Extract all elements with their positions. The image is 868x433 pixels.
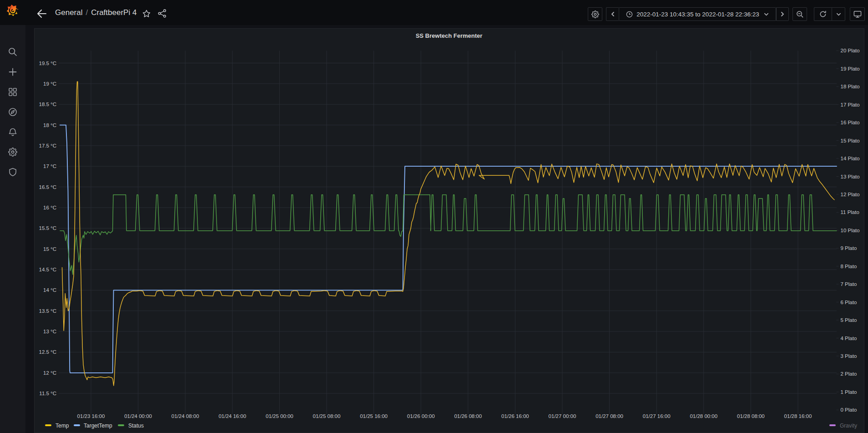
- svg-text:SS Brewtech Fermenter: SS Brewtech Fermenter: [416, 32, 483, 39]
- svg-text:16.5 °C: 16.5 °C: [39, 184, 56, 190]
- svg-text:14 °C: 14 °C: [43, 287, 56, 293]
- svg-text:01/28 08:00: 01/28 08:00: [737, 413, 765, 419]
- svg-text:14.5 °C: 14.5 °C: [39, 267, 56, 272]
- svg-text:01/23 16:00: 01/23 16:00: [77, 413, 105, 419]
- svg-text:8 Plato: 8 Plato: [841, 264, 857, 269]
- svg-text:2 Plato: 2 Plato: [841, 371, 857, 377]
- svg-text:15.5 °C: 15.5 °C: [39, 225, 56, 231]
- svg-text:6 Plato: 6 Plato: [841, 300, 857, 305]
- svg-text:12.5 °C: 12.5 °C: [39, 349, 56, 355]
- svg-text:3 Plato: 3 Plato: [841, 353, 857, 359]
- svg-text:4 Plato: 4 Plato: [841, 336, 857, 341]
- svg-text:10 Plato: 10 Plato: [841, 228, 860, 233]
- svg-text:13.5 °C: 13.5 °C: [39, 308, 56, 314]
- svg-text:01/27 08:00: 01/27 08:00: [595, 413, 623, 419]
- svg-text:9 Plato: 9 Plato: [841, 245, 857, 251]
- svg-text:7 Plato: 7 Plato: [841, 281, 857, 287]
- svg-text:TargetTemp: TargetTemp: [84, 423, 112, 429]
- svg-text:18.5 °C: 18.5 °C: [39, 102, 56, 107]
- svg-text:13 Plato: 13 Plato: [841, 174, 860, 179]
- svg-text:15 °C: 15 °C: [43, 246, 56, 252]
- svg-text:12 °C: 12 °C: [43, 370, 56, 376]
- svg-text:01/24 08:00: 01/24 08:00: [172, 413, 199, 419]
- svg-text:01/27 16:00: 01/27 16:00: [643, 413, 671, 419]
- svg-text:01/26 08:00: 01/26 08:00: [454, 413, 482, 419]
- svg-text:5 Plato: 5 Plato: [841, 317, 857, 323]
- svg-text:13 °C: 13 °C: [43, 329, 56, 334]
- svg-text:Gravity: Gravity: [840, 423, 857, 429]
- svg-text:1 Plato: 1 Plato: [841, 389, 857, 395]
- svg-text:18 Plato: 18 Plato: [841, 84, 860, 89]
- svg-text:20 Plato: 20 Plato: [841, 48, 860, 53]
- svg-text:18 °C: 18 °C: [43, 122, 56, 128]
- svg-text:Status: Status: [128, 423, 144, 429]
- svg-text:01/27 00:00: 01/27 00:00: [549, 413, 576, 419]
- svg-text:16 °C: 16 °C: [43, 205, 56, 210]
- svg-text:01/25 00:00: 01/25 00:00: [266, 413, 293, 419]
- svg-text:01/26 00:00: 01/26 00:00: [407, 413, 435, 419]
- svg-text:17 Plato: 17 Plato: [841, 102, 860, 107]
- svg-text:01/26 16:00: 01/26 16:00: [501, 413, 529, 419]
- svg-text:0 Plato: 0 Plato: [841, 407, 857, 413]
- svg-text:01/28 16:00: 01/28 16:00: [784, 413, 812, 419]
- svg-text:15 Plato: 15 Plato: [841, 138, 860, 143]
- svg-text:12 Plato: 12 Plato: [841, 192, 860, 197]
- svg-text:Temp: Temp: [56, 423, 69, 429]
- svg-text:11.5 °C: 11.5 °C: [39, 391, 56, 396]
- svg-text:01/28 00:00: 01/28 00:00: [690, 413, 717, 419]
- svg-text:16 Plato: 16 Plato: [841, 120, 860, 125]
- svg-text:17.5 °C: 17.5 °C: [39, 143, 56, 148]
- svg-text:01/24 00:00: 01/24 00:00: [124, 413, 152, 419]
- svg-text:19.5 °C: 19.5 °C: [39, 61, 56, 66]
- svg-text:01/24 16:00: 01/24 16:00: [218, 413, 246, 419]
- svg-text:14 Plato: 14 Plato: [841, 156, 860, 161]
- svg-text:01/25 16:00: 01/25 16:00: [360, 413, 388, 419]
- svg-text:19 °C: 19 °C: [43, 81, 56, 87]
- svg-text:17 °C: 17 °C: [43, 163, 56, 169]
- svg-text:01/25 08:00: 01/25 08:00: [313, 413, 341, 419]
- svg-text:19 Plato: 19 Plato: [841, 66, 860, 71]
- svg-text:11 Plato: 11 Plato: [841, 209, 859, 215]
